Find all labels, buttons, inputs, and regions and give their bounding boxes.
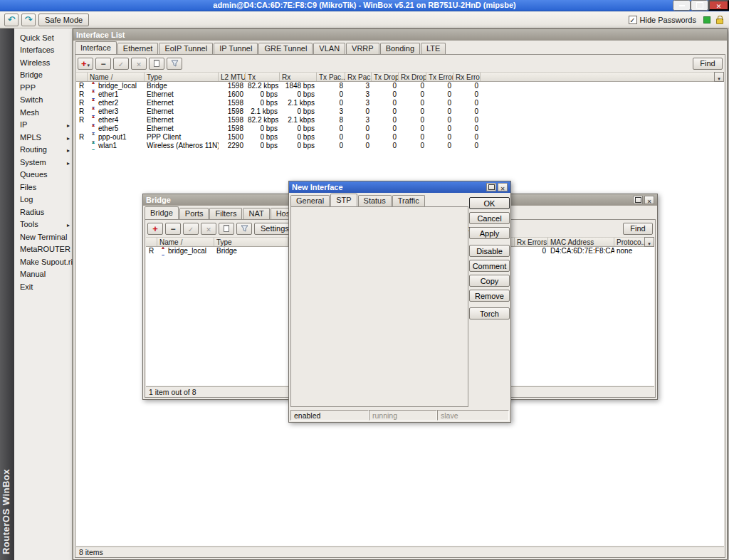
col-name[interactable]: Name/ (88, 73, 145, 81)
find-button[interactable]: Find (693, 58, 723, 70)
col-tx-drops[interactable]: Tx Drops (372, 73, 399, 81)
dialog-close-button[interactable] (498, 183, 508, 191)
col-rx-errors[interactable]: Rx Errors (453, 73, 481, 81)
sidebar-item-bridge[interactable]: Bridge (14, 69, 72, 82)
comment-button[interactable] (219, 223, 234, 235)
sidebar-item-mesh[interactable]: Mesh (14, 106, 72, 119)
app-maximize-button[interactable] (691, 0, 708, 11)
torch-button[interactable]: Torch (469, 307, 510, 319)
interface-list-titlebar[interactable]: Interface List (73, 29, 727, 41)
table-row-ether3[interactable]: R ether3 Ethernet 1598 2.1 kbps 0 bps 3 … (76, 107, 724, 116)
tab-ethernet[interactable]: Ethernet (117, 43, 159, 54)
sidebar-item-manual[interactable]: Manual (14, 268, 72, 281)
safe-mode-button[interactable]: Safe Mode (38, 14, 89, 26)
tab-bridge[interactable]: Bridge (145, 206, 179, 219)
table-row-wlan1[interactable]: wlan1 Wireless (Atheros 11N) 2290 0 bps … (76, 142, 724, 150)
tab-ip-tunnel[interactable]: IP Tunnel (214, 43, 258, 54)
col-mac-address[interactable]: MAC Address (548, 238, 614, 246)
col-l2mtu[interactable]: L2 MTU (219, 73, 246, 81)
sidebar-item-ip[interactable]: IP (14, 119, 72, 132)
sidebar-item-wireless[interactable]: Wireless (14, 56, 72, 69)
column-selector-button[interactable] (644, 237, 654, 247)
new-interface-titlebar[interactable]: New Interface (289, 181, 510, 193)
add-bridge-button[interactable] (147, 223, 163, 235)
column-selector-button[interactable] (714, 72, 724, 82)
tab-bonding[interactable]: Bonding (380, 43, 420, 54)
tab-eoip-tunnel[interactable]: EoIP Tunnel (159, 43, 213, 54)
table-row-bridge-local[interactable]: R bridge_local Bridge 1598 82.2 kbps 184… (76, 82, 724, 90)
tab-lte[interactable]: LTE (421, 43, 446, 54)
app-minimize-button[interactable] (673, 0, 691, 11)
sidebar-item-metarouter[interactable]: MetaROUTER (14, 243, 72, 256)
sidebar-item-queues[interactable]: Queues (14, 169, 72, 181)
col-type[interactable]: Type (145, 73, 219, 81)
col-type[interactable]: Type (214, 238, 288, 246)
table-row-ether2[interactable]: R ether2 Ethernet 1598 0 bps 2.1 kbps 0 … (76, 99, 724, 107)
tab-status[interactable]: Status (358, 195, 392, 206)
col-flags[interactable] (146, 238, 157, 246)
sidebar-item-routing[interactable]: Routing (14, 144, 72, 157)
filter-button[interactable] (236, 223, 252, 235)
remove-button[interactable]: Remove (469, 290, 510, 302)
hide-passwords-checkbox[interactable] (629, 16, 637, 24)
comment-button[interactable]: Comment (469, 260, 510, 272)
sidebar-item-radius[interactable]: Radius (14, 206, 72, 218)
app-close-button[interactable] (708, 0, 729, 11)
copy-button[interactable]: Copy (469, 275, 510, 287)
apply-button[interactable]: Apply (469, 227, 510, 239)
sidebar-item-quick-set[interactable]: Quick Set (14, 31, 72, 44)
col-flags[interactable] (76, 73, 88, 81)
enable-button[interactable] (113, 58, 129, 70)
sidebar-item-exit[interactable]: Exit (14, 280, 72, 293)
col-rx-drops[interactable]: Rx Drops (399, 73, 426, 81)
col-rx-packet[interactable]: Rx Pac... (345, 73, 372, 81)
bridge-close-button[interactable] (644, 196, 654, 204)
col-tx-packet[interactable]: Tx Pac... (317, 73, 345, 81)
disable-button[interactable] (201, 223, 216, 235)
sidebar-item-log[interactable]: Log (14, 194, 72, 206)
table-row-ether4[interactable]: R ether4 Ethernet 1598 82.2 kbps 2.1 kbp… (76, 116, 724, 125)
sidebar-item-mpls[interactable]: MPLS (14, 131, 72, 144)
bridge-maximize-button[interactable] (633, 196, 643, 204)
disable-button[interactable]: Disable (469, 245, 510, 257)
sidebar-item-files[interactable]: Files (14, 181, 72, 194)
col-rx[interactable]: Rx (280, 73, 317, 81)
cancel-button[interactable]: Cancel (469, 212, 510, 224)
tab-traffic[interactable]: Traffic (392, 195, 425, 206)
table-row-ether5[interactable]: ether5 Ethernet 1598 0 bps 0 bps 0 0 0 0… (76, 125, 724, 133)
tab-nat[interactable]: NAT (243, 208, 269, 219)
ok-button[interactable]: OK (469, 197, 510, 209)
tab-ports[interactable]: Ports (179, 208, 209, 219)
tab-vlan[interactable]: VLAN (313, 43, 345, 54)
sidebar-item-make-supout[interactable]: Make Supout.rif (14, 255, 72, 268)
sidebar-item-tools[interactable]: Tools (14, 218, 72, 231)
enable-button[interactable] (183, 223, 199, 235)
tab-gre-tunnel[interactable]: GRE Tunnel (258, 43, 313, 54)
redo-button[interactable] (21, 14, 36, 26)
tab-vrrp[interactable]: VRRP (346, 43, 379, 54)
find-button[interactable]: Find (623, 223, 653, 235)
disable-button[interactable] (131, 58, 147, 70)
tab-interface[interactable]: Interface (75, 41, 117, 54)
col-rx-errors[interactable]: Rx Errors (515, 238, 548, 246)
remove-interface-button[interactable] (95, 58, 111, 70)
sidebar-item-system[interactable]: System (14, 156, 72, 169)
col-tx-errors[interactable]: Tx Errors (426, 73, 453, 81)
add-interface-button[interactable] (78, 58, 93, 70)
tab-general[interactable]: General (290, 195, 330, 206)
col-name[interactable]: Name/ (157, 238, 214, 246)
sidebar-item-ppp[interactable]: PPP (14, 81, 72, 94)
table-row-ppp-out1[interactable]: R ppp-out1 PPP Client 1500 0 bps 0 bps 0… (76, 133, 724, 142)
tab-stp[interactable]: STP (330, 194, 357, 206)
sidebar-item-new-terminal[interactable]: New Terminal (14, 231, 72, 243)
dialog-maximize-button[interactable] (486, 183, 496, 191)
tab-filters[interactable]: Filters (209, 208, 242, 219)
sidebar-item-interfaces[interactable]: Interfaces (14, 44, 72, 57)
table-row-ether1[interactable]: R ether1 Ethernet 1600 0 bps 0 bps 0 3 0… (76, 90, 724, 99)
filter-button[interactable] (167, 58, 182, 70)
remove-bridge-button[interactable] (165, 223, 181, 235)
comment-button[interactable] (149, 58, 164, 70)
sidebar-item-switch[interactable]: Switch (14, 94, 72, 107)
undo-button[interactable] (4, 14, 19, 26)
col-tx[interactable]: Tx (246, 73, 280, 81)
